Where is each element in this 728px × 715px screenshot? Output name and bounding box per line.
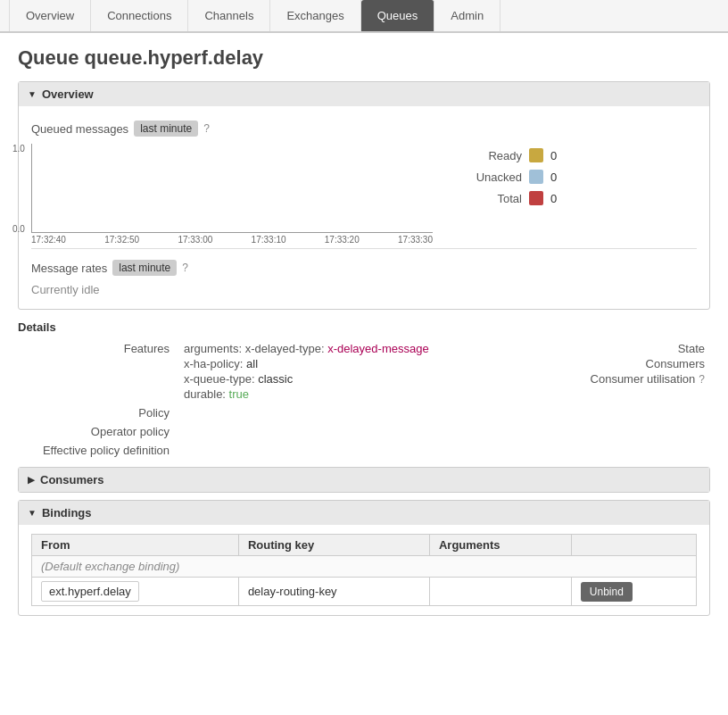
x-ha-policy-value: all (246, 357, 258, 370)
bindings-header[interactable]: ▼ Bindings (19, 501, 709, 525)
chart-x-label: 17:32:40 (31, 235, 66, 245)
overview-header[interactable]: ▼ Overview (19, 82, 709, 106)
operator-policy-label: Operator policy (18, 422, 178, 441)
queued-messages-filter: Queued messages last minute ? (31, 115, 697, 140)
details-operator-policy-row: Operator policy (18, 422, 710, 441)
policy-label: Policy (18, 403, 178, 422)
col-routing-key: Routing key (238, 535, 429, 556)
operator-policy-right (532, 422, 710, 441)
consumers-header[interactable]: ▶ Consumers (19, 468, 709, 492)
col-arguments: Arguments (429, 535, 571, 556)
effective-policy-right (532, 441, 710, 460)
collapse-icon: ▼ (28, 89, 37, 99)
x-queue-type-key: x-queue-type: (184, 372, 255, 386)
from-value: ext.hyperf.delay (41, 581, 139, 602)
consumer-utilisation-help[interactable]: ? (699, 373, 705, 386)
bindings-header-row: From Routing key Arguments (32, 535, 697, 556)
x-delayed-type-key: x-delayed-type: (245, 342, 325, 355)
binding-row: ext.hyperf.delay delay-routing-key Unbin… (32, 578, 697, 606)
default-exchange-row: (Default exchange binding) (32, 556, 697, 578)
overview-label: Overview (42, 87, 94, 101)
legend-value: 0 (550, 149, 557, 162)
state-label: State (678, 342, 705, 355)
legend-item: Unacked0 (459, 170, 557, 184)
queue-name: queue.hyperf.delay (85, 46, 264, 69)
details-table: Features arguments: x-delayed-type: x-de… (18, 339, 710, 460)
features-value: arguments: x-delayed-type: x-delayed-mes… (178, 339, 532, 403)
x-queue-type-value: classic (258, 372, 293, 386)
unbind-button[interactable]: Unbind (581, 582, 633, 602)
policy-value (178, 403, 532, 422)
details-title: Details (18, 320, 710, 334)
x-delayed-type-value[interactable]: x-delayed-message (327, 342, 428, 355)
chart-container: 1.0 0.0 17:32:4017:32:5017:33:0017:33:10… (31, 144, 697, 245)
durable-value: true (229, 387, 249, 401)
details-policy-row: Policy (18, 403, 710, 422)
legend-color-swatch (529, 148, 543, 162)
chart-y-bottom: 0.0 (12, 224, 25, 234)
effective-policy-label: Effective policy definition (18, 441, 178, 460)
chart-x-label: 17:33:00 (178, 235, 212, 245)
legend-label: Total (459, 192, 522, 205)
consumers-section: ▶ Consumers (18, 467, 710, 493)
durable-key: durable: (184, 387, 226, 401)
chart-x-label: 17:33:30 (398, 235, 433, 245)
details-features-row: Features arguments: x-delayed-type: x-de… (18, 339, 710, 403)
consumer-utilisation-label: Consumer utilisation (591, 372, 696, 386)
queued-help-icon[interactable]: ? (203, 122, 210, 135)
operator-policy-value (178, 422, 532, 441)
message-rates-badge[interactable]: last minute (112, 260, 177, 276)
top-nav: OverviewConnectionsChannelsExchangesQueu… (0, 0, 728, 33)
bindings-label: Bindings (42, 506, 92, 520)
message-rates-filter: Message rates last minute ? (31, 254, 697, 279)
legend-color-swatch (529, 170, 543, 184)
legend-color-swatch (529, 191, 543, 205)
consumers-collapse-icon: ▶ (28, 475, 35, 485)
page-title: Queue queue.hyperf.delay (0, 33, 728, 74)
legend: Ready0Unacked0Total0 (459, 148, 557, 205)
details-container: Details Features arguments: x-delayed-ty… (0, 317, 728, 460)
legend-item: Total0 (459, 191, 557, 205)
unbind-cell: Unbind (571, 578, 696, 606)
legend-label: Ready (459, 149, 522, 162)
nav-item-queues[interactable]: Queues (361, 0, 435, 31)
col-action (571, 535, 696, 556)
legend-value: 0 (550, 192, 557, 205)
chart-x-label: 17:32:50 (104, 235, 139, 245)
bindings-section: ▼ Bindings From Routing key Arguments (D… (18, 500, 710, 616)
bindings-body: From Routing key Arguments (Default exch… (19, 525, 709, 615)
routing-key-value: delay-routing-key (238, 578, 429, 606)
state-col: State Consumers Consumer utilisation ? (532, 339, 710, 403)
effective-policy-value (178, 441, 532, 460)
chart-area: 1.0 0.0 (31, 144, 433, 233)
message-rates-help-icon[interactable]: ? (182, 262, 188, 274)
consumers-label: Consumers (40, 473, 104, 486)
chart-x-labels: 17:32:4017:32:5017:33:0017:33:1017:33:20… (31, 235, 433, 245)
bindings-collapse-icon: ▼ (28, 508, 37, 518)
nav-item-connections[interactable]: Connections (91, 0, 188, 31)
nav-item-overview[interactable]: Overview (9, 0, 91, 31)
chart-x-label: 17:33:20 (325, 235, 360, 245)
policy-right (532, 403, 710, 422)
legend-value: 0 (550, 170, 557, 184)
idle-status: Currently idle (31, 283, 697, 296)
col-from: From (32, 535, 239, 556)
binding-from: ext.hyperf.delay (32, 578, 239, 606)
x-ha-policy-key: x-ha-policy: (184, 357, 243, 370)
details-effective-policy-row: Effective policy definition (18, 441, 710, 460)
nav-item-exchanges[interactable]: Exchanges (270, 0, 360, 31)
nav-item-channels[interactable]: Channels (188, 0, 270, 31)
title-prefix: Queue (18, 46, 79, 69)
features-label: Features (18, 339, 178, 403)
nav-item-admin[interactable]: Admin (434, 0, 500, 31)
queued-filter-badge[interactable]: last minute (134, 121, 198, 137)
legend-label: Unacked (459, 170, 522, 184)
overview-section: ▼ Overview Queued messages last minute ?… (18, 81, 710, 310)
message-rates-label: Message rates (31, 262, 107, 275)
bindings-table: From Routing key Arguments (Default exch… (31, 534, 697, 606)
legend-item: Ready0 (459, 148, 557, 162)
arguments-value (429, 578, 571, 606)
queued-messages-label: Queued messages (31, 122, 128, 136)
arg-arguments-label: arguments: (184, 342, 242, 355)
overview-body: Queued messages last minute ? 1.0 0.0 17… (19, 106, 709, 309)
